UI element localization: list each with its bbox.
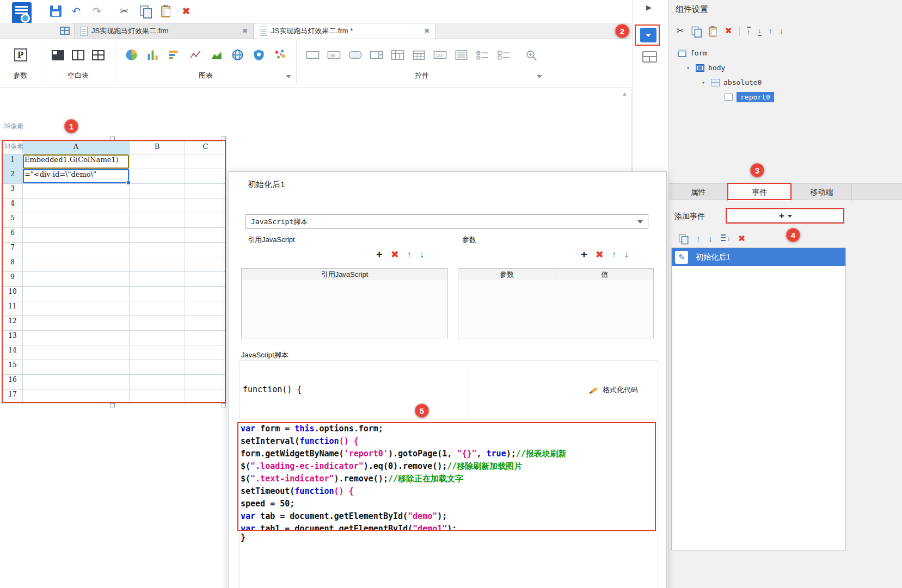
row-header-17[interactable]: 17: [3, 389, 23, 404]
tree-node-absolute0[interactable]: ▾ absolute0: [676, 75, 774, 90]
chart-more-caret-icon[interactable]: [286, 75, 291, 78]
sort-icon[interactable]: [721, 234, 730, 243]
pie-chart-icon[interactable]: [125, 48, 138, 61]
tab-close-icon[interactable]: ✖: [424, 27, 429, 35]
cell-A13[interactable]: [23, 331, 130, 345]
document-tab-2-active[interactable]: JS实现跑马灯效果二.frm * ✖: [254, 23, 435, 39]
tab-close-icon[interactable]: ✖: [242, 27, 248, 35]
cell-C1[interactable]: [185, 154, 226, 169]
cut-button[interactable]: ✂: [118, 4, 131, 18]
move-down-icon[interactable]: ↓: [780, 27, 783, 35]
cell-C13[interactable]: [185, 331, 226, 345]
grid-block-icon[interactable]: [92, 50, 105, 60]
tree-node-report0-selected[interactable]: report0: [676, 90, 774, 104]
row-header-9[interactable]: 9: [3, 272, 23, 287]
row-header-13[interactable]: 13: [3, 331, 23, 345]
tab-properties[interactable]: 属性: [669, 184, 728, 201]
cell-B4[interactable]: [130, 199, 185, 213]
layout-panel-icon[interactable]: [642, 51, 657, 63]
add-event-button[interactable]: +: [727, 209, 844, 222]
line-chart-icon[interactable]: [188, 48, 202, 61]
cell-B1[interactable]: [130, 154, 185, 169]
tab-mobile[interactable]: 移动端: [792, 184, 852, 201]
copy-button[interactable]: [138, 4, 151, 18]
cell-B14[interactable]: [130, 345, 185, 360]
cell-C14[interactable]: [185, 345, 226, 360]
tree-node-body[interactable]: ▾ body: [676, 60, 774, 75]
row-header-12[interactable]: 12: [3, 316, 23, 331]
cell-C7[interactable]: [185, 243, 226, 257]
cell-A11[interactable]: [23, 301, 130, 316]
tab-events[interactable]: 事件: [728, 184, 792, 201]
cell-C16[interactable]: [185, 375, 226, 389]
checkgroup-widget-icon[interactable]: [497, 48, 511, 61]
row-header-7[interactable]: 7: [3, 243, 23, 257]
cell-A3[interactable]: [23, 184, 130, 199]
row-header-3[interactable]: 3: [3, 184, 23, 199]
cell-C9[interactable]: [185, 272, 226, 287]
cell-B8[interactable]: [130, 257, 185, 272]
row-header-4[interactable]: 4: [3, 199, 23, 213]
cell-C3[interactable]: [185, 184, 226, 199]
expand-panel-icon[interactable]: ▶: [646, 3, 652, 11]
cell-B7[interactable]: [130, 243, 185, 257]
resize-handle[interactable]: [222, 403, 226, 407]
row-header-2[interactable]: 2: [3, 169, 23, 184]
textfield-widget-icon[interactable]: [306, 48, 320, 61]
cell-A14[interactable]: [23, 345, 130, 360]
cell-A12[interactable]: [23, 316, 130, 331]
parameter-pane-icon[interactable]: P: [14, 48, 27, 61]
move-up-icon[interactable]: ↑: [696, 234, 701, 243]
cell-B17[interactable]: [130, 389, 185, 404]
column-header-B[interactable]: B: [130, 141, 185, 154]
column-header-A[interactable]: A: [23, 141, 130, 154]
cell-A9[interactable]: [23, 272, 130, 287]
spreadsheet-grid[interactable]: ABC1Embedded1.G(ColName1)2="<div id=\"de…: [2, 141, 226, 404]
row-header-16[interactable]: 16: [3, 375, 23, 389]
cell-B2[interactable]: [130, 169, 185, 184]
ref-js-table-body[interactable]: [241, 280, 448, 338]
collapse-arrow-icon[interactable]: ▾: [686, 65, 692, 71]
row-header-10[interactable]: 10: [3, 287, 23, 301]
combobox-widget-icon[interactable]: [370, 48, 383, 61]
map-chart-icon[interactable]: [252, 48, 266, 61]
cell-A6[interactable]: [23, 228, 130, 243]
add-icon[interactable]: +: [581, 249, 587, 260]
move-down-icon[interactable]: ↓: [709, 234, 713, 243]
cell-C15[interactable]: [185, 360, 226, 375]
row-header-14[interactable]: 14: [3, 345, 23, 360]
format-code-button[interactable]: 格式化代码: [590, 385, 638, 395]
table-widget-icon[interactable]: [391, 48, 404, 61]
cell-B13[interactable]: [130, 331, 185, 345]
column-header-C[interactable]: C: [185, 141, 226, 154]
cell-A7[interactable]: [23, 243, 130, 257]
cell-A5[interactable]: [23, 213, 130, 228]
resize-handle[interactable]: [222, 137, 226, 141]
cell-A16[interactable]: [23, 375, 130, 389]
cell-C6[interactable]: [185, 228, 226, 243]
cell-C17[interactable]: [185, 389, 226, 404]
save-button[interactable]: [49, 4, 62, 18]
add-icon[interactable]: +: [376, 249, 383, 260]
cell-A8[interactable]: [23, 257, 130, 272]
collapse-arrow-icon[interactable]: ▾: [702, 79, 707, 85]
widget-more-caret-icon[interactable]: [537, 75, 542, 78]
cell-C4[interactable]: [185, 199, 226, 213]
cut-icon[interactable]: ✂: [677, 27, 684, 35]
radiogroup-widget-icon[interactable]: [476, 48, 489, 61]
cell-C8[interactable]: [185, 257, 226, 272]
cell-C10[interactable]: [185, 287, 226, 301]
move-down-icon[interactable]: ↓: [624, 250, 629, 259]
redo-button[interactable]: ↷: [90, 4, 103, 18]
params-table-body[interactable]: [458, 280, 654, 338]
event-list[interactable]: ✎ 初始化后1: [671, 247, 846, 550]
scatter-chart-icon[interactable]: [273, 48, 287, 61]
cell-A2[interactable]: ="<div id=\"demo\": [23, 169, 130, 184]
split-block-icon[interactable]: [72, 50, 84, 60]
paste-icon[interactable]: [709, 27, 717, 36]
cell-A17[interactable]: [23, 389, 130, 404]
cell-B12[interactable]: [130, 316, 185, 331]
remove-icon[interactable]: ✖: [596, 250, 604, 259]
copy-icon[interactable]: [692, 26, 701, 36]
row-header-1[interactable]: 1: [3, 154, 23, 169]
